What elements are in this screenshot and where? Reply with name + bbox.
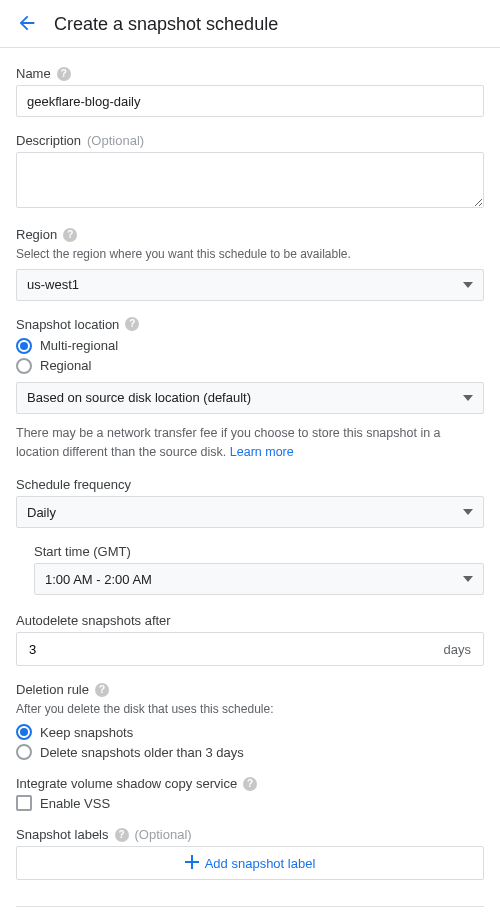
deletion-rule-field: Deletion rule ? After you delete the dis… — [16, 682, 484, 760]
vss-label: Integrate volume shadow copy service — [16, 776, 237, 791]
region-label: Region — [16, 227, 57, 242]
help-icon[interactable]: ? — [125, 317, 139, 331]
start-time-select[interactable]: 1:00 AM - 2:00 AM — [34, 563, 484, 595]
radio-regional[interactable]: Regional — [16, 358, 484, 374]
form: Name ? Description (Optional) Region ? S… — [0, 48, 500, 923]
page-header: Create a snapshot schedule — [0, 0, 500, 48]
snapshot-location-label: Snapshot location — [16, 317, 119, 332]
optional-text: (Optional) — [87, 133, 144, 148]
chevron-down-icon — [463, 576, 473, 582]
checkbox-icon — [16, 795, 32, 811]
location-info: There may be a network transfer fee if y… — [16, 424, 484, 462]
name-input[interactable] — [16, 85, 484, 117]
autodelete-input[interactable] — [29, 633, 444, 665]
start-time-value: 1:00 AM - 2:00 AM — [45, 572, 152, 587]
optional-text: (Optional) — [135, 827, 192, 842]
help-icon[interactable]: ? — [57, 67, 71, 81]
location-basis-select[interactable]: Based on source disk location (default) — [16, 382, 484, 414]
description-field: Description (Optional) — [16, 133, 484, 211]
chevron-down-icon — [463, 395, 473, 401]
help-icon[interactable]: ? — [95, 683, 109, 697]
frequency-label: Schedule frequency — [16, 477, 131, 492]
region-hint: Select the region where you want this sc… — [16, 246, 484, 263]
start-time-label: Start time (GMT) — [34, 544, 131, 559]
plus-icon — [185, 855, 199, 872]
radio-delete-older[interactable]: Delete snapshots older than 3 days — [16, 744, 484, 760]
frequency-field: Schedule frequency Daily — [16, 477, 484, 528]
frequency-value: Daily — [27, 505, 56, 520]
divider — [16, 906, 484, 907]
radio-keep-snapshots[interactable]: Keep snapshots — [16, 724, 484, 740]
snapshot-labels-label: Snapshot labels — [16, 827, 109, 842]
name-label: Name — [16, 66, 51, 81]
deletion-rule-hint: After you delete the disk that uses this… — [16, 701, 484, 718]
name-field: Name ? — [16, 66, 484, 117]
back-arrow-icon[interactable] — [16, 12, 38, 37]
autodelete-input-wrap: days — [16, 632, 484, 666]
autodelete-unit: days — [444, 642, 471, 657]
help-icon[interactable]: ? — [115, 828, 129, 842]
help-icon[interactable]: ? — [63, 228, 77, 242]
chevron-down-icon — [463, 282, 473, 288]
frequency-select[interactable]: Daily — [16, 496, 484, 528]
help-icon[interactable]: ? — [243, 777, 257, 791]
autodelete-label: Autodelete snapshots after — [16, 613, 171, 628]
radio-multi-regional[interactable]: Multi-regional — [16, 338, 484, 354]
description-input[interactable] — [16, 152, 484, 208]
region-field: Region ? Select the region where you wan… — [16, 227, 484, 301]
add-snapshot-label-button[interactable]: Add snapshot label — [16, 846, 484, 880]
deletion-rule-label: Deletion rule — [16, 682, 89, 697]
autodelete-field: Autodelete snapshots after days — [16, 613, 484, 666]
description-label: Description — [16, 133, 81, 148]
learn-more-link[interactable]: Learn more — [230, 445, 294, 459]
vss-field: Integrate volume shadow copy service ? E… — [16, 776, 484, 811]
location-basis-value: Based on source disk location (default) — [27, 390, 251, 405]
region-select[interactable]: us-west1 — [16, 269, 484, 301]
snapshot-labels-field: Snapshot labels ? (Optional) Add snapsho… — [16, 827, 484, 880]
region-value: us-west1 — [27, 277, 79, 292]
vss-checkbox-row[interactable]: Enable VSS — [16, 795, 484, 811]
start-time-field: Start time (GMT) 1:00 AM - 2:00 AM — [16, 544, 484, 595]
chevron-down-icon — [463, 509, 473, 515]
page-title: Create a snapshot schedule — [54, 14, 278, 35]
snapshot-location-field: Snapshot location ? Multi-regional Regio… — [16, 317, 484, 462]
